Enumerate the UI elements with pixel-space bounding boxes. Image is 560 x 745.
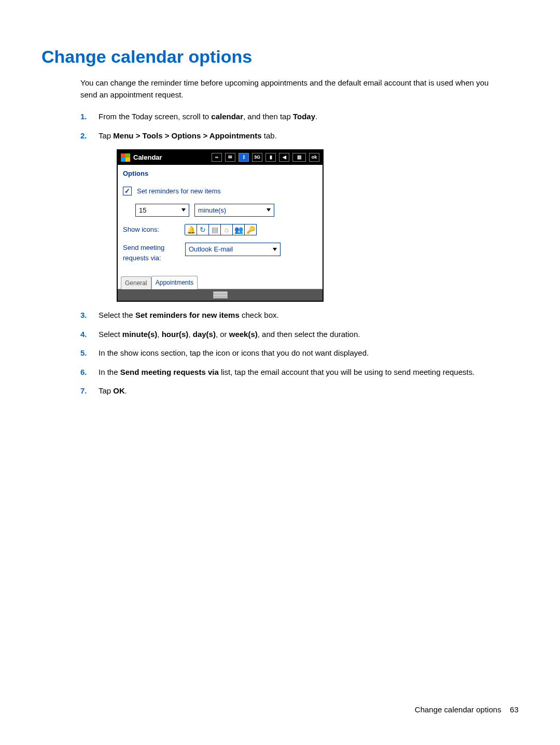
chevron-down-icon — [273, 248, 277, 251]
reminder-number-select[interactable]: 15 — [135, 204, 189, 217]
text: In the show icons section, tap the icon … — [99, 348, 369, 357]
attendees-icon[interactable]: 👥 — [232, 224, 245, 235]
text: , and then tap — [243, 112, 293, 121]
network-3g-icon: 3G — [252, 153, 262, 162]
options-content: ✓ Set reminders for new items 15 minute(… — [118, 182, 323, 276]
chevron-down-icon — [181, 208, 186, 212]
step-6: In the Send meeting requests via list, t… — [80, 367, 506, 378]
text: list, tap the email account that you wil… — [219, 368, 475, 376]
options-header: Options — [118, 165, 323, 182]
text: , — [188, 330, 192, 339]
page-footer: Change calendar options 63 — [415, 705, 519, 714]
text: Send meeting — [123, 244, 164, 251]
footer-label: Change calendar options — [415, 705, 501, 714]
ok-button[interactable]: ok — [309, 153, 319, 162]
text: . — [125, 386, 127, 395]
chevron-down-icon — [267, 208, 271, 212]
text: , or — [216, 330, 229, 339]
text-bold: minute(s) — [122, 330, 158, 339]
step-1: From the Today screen, scroll to calenda… — [80, 111, 506, 123]
battery-icon: ▥ — [292, 153, 306, 162]
private-icon[interactable]: 🔑 — [244, 224, 257, 235]
text: tab. — [262, 131, 277, 140]
reminder-checkbox-row: ✓ Set reminders for new items — [123, 186, 317, 196]
text-bold: Set reminders for new items — [135, 311, 240, 319]
reminder-checkbox[interactable]: ✓ — [123, 187, 132, 195]
device-titlebar: Calendar ∞ ✉ ᛒ 3G ▮ ◀ ▥ ok — [118, 150, 323, 165]
text-bold: calendar — [211, 112, 243, 121]
text: Select — [99, 330, 122, 339]
volume-icon: ◀ — [279, 153, 289, 162]
text: In the — [99, 368, 120, 376]
text: Tap — [99, 386, 113, 395]
text-bold: Menu > Tools > Options > Appointments — [113, 131, 261, 140]
voicemail-icon: ∞ — [212, 153, 222, 162]
select-value: 15 — [139, 205, 146, 216]
send-via-select[interactable]: Outlook E-mail — [185, 243, 281, 256]
page: Change calendar options You can change t… — [0, 0, 560, 745]
bell-icon[interactable]: 🔔 — [185, 224, 197, 235]
text-bold: OK — [113, 386, 125, 395]
step-5: In the show icons section, tap the icon … — [80, 347, 506, 359]
app-title: Calendar — [133, 152, 162, 163]
reminder-checkbox-label: Set reminders for new items — [137, 186, 221, 196]
device-screenshot: Calendar ∞ ✉ ᛒ 3G ▮ ◀ ▥ ok Options ✓ Set… — [117, 149, 324, 302]
signal-icon: ▮ — [265, 153, 276, 162]
text: check box. — [240, 311, 279, 319]
show-icons-row: Show icons: 🔔 ↻ ▤ ⌂ 👥 🔑 — [123, 224, 317, 235]
text-bold: Send meeting requests via — [120, 368, 219, 376]
text-bold: Today — [293, 112, 315, 121]
send-via-row: Send meeting requests via: Outlook E-mai… — [123, 243, 317, 263]
text: Tap — [99, 131, 113, 140]
bluetooth-icon: ᛒ — [239, 153, 249, 162]
tab-strip: General Appointments — [118, 276, 323, 289]
step-3: Select the Set reminders for new items c… — [80, 310, 506, 321]
page-number: 63 — [510, 705, 519, 714]
tab-appointments[interactable]: Appointments — [151, 276, 198, 289]
text: . — [315, 112, 317, 121]
icon-toggle-group: 🔔 ↻ ▤ ⌂ 👥 🔑 — [185, 224, 257, 235]
tab-general[interactable]: General — [121, 276, 151, 289]
select-value: minute(s) — [198, 205, 226, 216]
device-bottombar — [118, 289, 323, 301]
text: requests via: — [123, 254, 161, 262]
step-4: Select minute(s), hour(s), day(s), or we… — [80, 329, 506, 341]
location-icon[interactable]: ⌂ — [220, 224, 233, 235]
reminder-unit-select[interactable]: minute(s) — [194, 204, 274, 217]
send-via-label: Send meeting requests via: — [123, 243, 180, 263]
windows-logo-icon — [121, 153, 130, 162]
steps-list: From the Today screen, scroll to calenda… — [80, 111, 506, 397]
text-bold: day(s) — [193, 330, 216, 339]
keyboard-icon[interactable] — [213, 291, 228, 299]
text: , and then select the duration. — [258, 330, 360, 339]
note-icon[interactable]: ▤ — [208, 224, 221, 235]
reminder-value-row: 15 minute(s) — [123, 204, 317, 217]
text-bold: hour(s) — [162, 330, 189, 339]
text: From the Today screen, scroll to — [99, 112, 211, 121]
step-2: Tap Menu > Tools > Options > Appointment… — [80, 130, 506, 302]
text: Select the — [99, 311, 135, 319]
recurring-icon[interactable]: ↻ — [197, 224, 209, 235]
text-bold: week(s) — [229, 330, 258, 339]
show-icons-label: Show icons: — [123, 224, 180, 235]
mail-icon: ✉ — [225, 153, 235, 162]
intro-paragraph: You can change the reminder time before … — [80, 77, 506, 101]
page-title: Change calendar options — [41, 47, 519, 67]
select-value: Outlook E-mail — [189, 244, 233, 255]
text: , — [157, 330, 161, 339]
step-7: Tap OK. — [80, 385, 506, 397]
